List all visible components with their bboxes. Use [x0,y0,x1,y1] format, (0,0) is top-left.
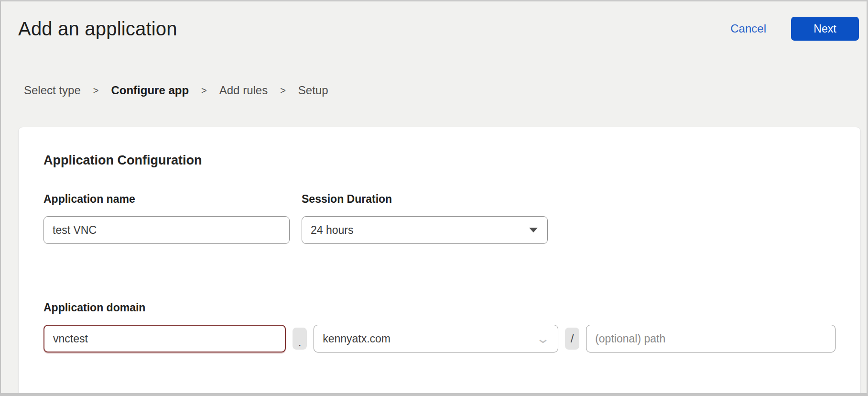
add-application-page: Add an application Cancel Next Select ty… [1,1,867,396]
application-domain-label: Application domain [43,301,145,314]
path-input[interactable] [586,325,835,352]
breadcrumb-step-setup[interactable]: Setup [298,84,328,97]
breadcrumb: Select type > Configure app > Add rules … [24,84,867,97]
breadcrumb-separator-icon: > [201,85,207,96]
chevron-down-icon: ⌄ [536,332,551,345]
application-name-input[interactable] [43,216,290,244]
breadcrumb-step-add-rules[interactable]: Add rules [219,84,268,97]
name-duration-row: Application name Session Duration 24 hou… [43,193,835,244]
caret-down-icon [529,228,538,232]
dot-separator: . [293,328,307,350]
application-configuration-card: Application Configuration Application na… [18,127,861,396]
breadcrumb-step-configure-app[interactable]: Configure app [111,84,189,97]
session-duration-field: Session Duration 24 hours [302,193,548,244]
breadcrumb-separator-icon: > [93,85,99,96]
application-name-field: Application name [43,193,290,244]
application-domain-field: Application domain . kennyatx.com ⌄ / [43,301,835,352]
slash-separator: / [565,328,579,350]
domain-select[interactable]: kennyatx.com ⌄ [314,325,558,352]
breadcrumb-step-select-type[interactable]: Select type [24,84,81,97]
slash-separator-text: / [571,332,574,345]
header-actions: Cancel Next [730,17,859,41]
page-title: Add an application [18,18,177,40]
cancel-button[interactable]: Cancel [730,22,766,35]
dot-separator-text: . [298,336,302,349]
session-duration-value: 24 hours [311,224,354,237]
application-name-label: Application name [43,193,290,206]
section-heading: Application Configuration [43,153,835,168]
breadcrumb-separator-icon: > [280,85,286,96]
session-duration-select[interactable]: 24 hours [302,216,548,244]
subdomain-input[interactable] [43,325,286,352]
page-header: Add an application Cancel Next [1,1,867,41]
domain-select-value: kennyatx.com [323,332,391,345]
next-button[interactable]: Next [791,17,859,41]
application-domain-row: . kennyatx.com ⌄ / [43,325,835,352]
session-duration-label: Session Duration [302,193,548,206]
